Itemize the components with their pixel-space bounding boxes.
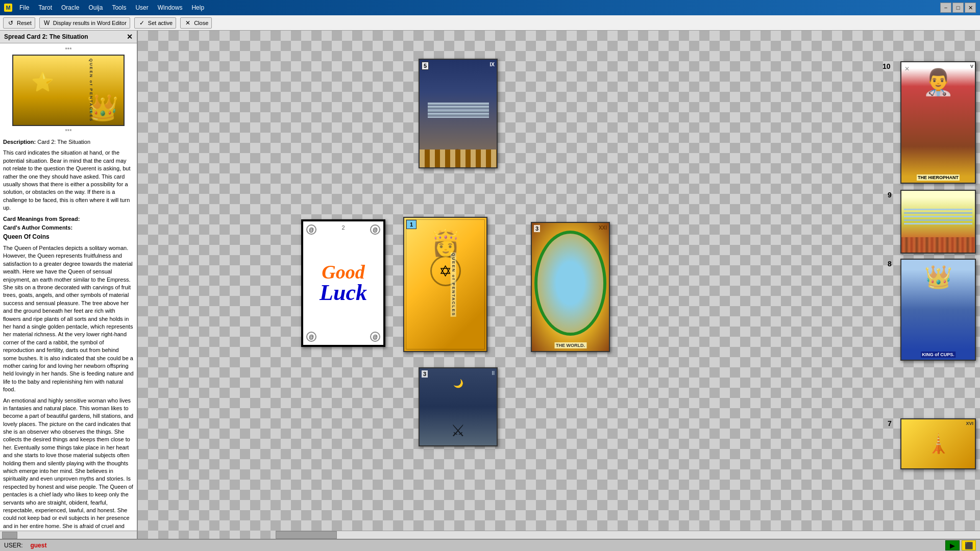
- card-3-roman: II: [492, 370, 495, 376]
- corner-spiral-tr: @: [370, 224, 380, 235]
- card-the-world[interactable]: 3 XXI THE WORLD.: [531, 222, 610, 352]
- body-text: This card indicates the situation at han…: [3, 149, 134, 212]
- set-active-button[interactable]: ✓ Set active: [134, 17, 176, 29]
- panel-header: Spread Card 2: The Situation ✕: [0, 31, 137, 43]
- card-1[interactable]: 1 VI ✡ 👸 QUEEN of PENTACLES: [403, 217, 487, 352]
- swords-area: [425, 70, 492, 137]
- close-panel-button[interactable]: ✕ Close: [180, 17, 212, 29]
- card-name: Queen Of Coins: [3, 233, 134, 241]
- horizontal-scrollbar[interactable]: [276, 531, 980, 539]
- menu-windows[interactable]: Windows: [154, 3, 187, 12]
- desc-card: Card 2: The Situation: [37, 139, 90, 145]
- reset-icon: ↺: [7, 19, 15, 27]
- stop-button[interactable]: ⬛: [962, 540, 976, 550]
- panel-title: Spread Card 2: The Situation: [4, 33, 88, 40]
- card-7[interactable]: XVI 🗼: [900, 418, 976, 469]
- close-label: Close: [194, 20, 208, 26]
- corner-spiral-bl: @: [306, 332, 316, 342]
- card-vertical-label: QUEEN of PENTACLES: [88, 59, 93, 122]
- king-cups-label: KING of CUPS.: [921, 352, 955, 358]
- moon-icon: 🌙: [453, 379, 463, 388]
- play-button[interactable]: ▶: [945, 540, 960, 550]
- card-3-bottom[interactable]: 3 II 🌙 ⚔: [419, 367, 498, 446]
- card-image: ⭐ 👑 QUEEN of PENTACLES: [13, 56, 124, 125]
- desc-label: Description:: [3, 139, 36, 145]
- panel-content: *** ⭐ 👑 QUEEN of PENTACLES ***: [0, 43, 137, 531]
- hierophant-label: THE HIEROPHANT: [917, 174, 960, 181]
- card-8-number: 8: [888, 260, 892, 268]
- luck-text: Luck: [320, 282, 367, 304]
- sword-lines: [904, 196, 972, 237]
- app-icon: M: [4, 4, 12, 12]
- card-10[interactable]: V 👨‍⚕️ THE HIEROPHANT ✕: [900, 61, 976, 184]
- good-text: Good: [322, 262, 364, 282]
- figure-swords: ⚔: [451, 421, 465, 440]
- menu-tarot[interactable]: Tarot: [34, 3, 56, 12]
- user-label: USER:: [4, 542, 23, 549]
- main-container: Spread Card 2: The Situation ✕ *** ⭐ 👑: [0, 31, 980, 539]
- scroll-thumb[interactable]: [2, 532, 17, 539]
- reset-label: Reset: [17, 20, 32, 26]
- menu-oracle[interactable]: Oracle: [57, 3, 83, 12]
- menu-help[interactable]: Help: [187, 3, 208, 12]
- close-icon: ✕: [184, 19, 192, 27]
- description-area: Description: Card 2: The Situation This …: [3, 138, 134, 530]
- card-thumbnail[interactable]: ⭐ 👑 QUEEN of PENTACLES: [12, 55, 125, 126]
- world-label: THE WORLD.: [554, 342, 586, 348]
- floor-pattern: [420, 149, 497, 167]
- window-controls: − □ ✕: [940, 3, 976, 13]
- pentacle-icon: ⭐: [30, 69, 55, 95]
- world-card-number: 3: [534, 225, 540, 232]
- king-figure: 👑: [924, 264, 952, 290]
- canvas-area: 5 IX 🧎 @ @ @ @ Good Luck 2 1: [138, 31, 980, 539]
- card-1-label: QUEEN of PENTACLES: [450, 252, 456, 316]
- card-10-container: 10 V 👨‍⚕️ THE HIEROPHANT ✕: [900, 61, 976, 184]
- corner-spiral-br: @: [370, 332, 380, 342]
- card-image-area: *** ⭐ 👑 QUEEN of PENTACLES ***: [3, 46, 134, 134]
- menu-bar: File Tarot Oracle Ouija Tools User Windo…: [15, 3, 208, 12]
- card-10-number: 10: [883, 62, 891, 70]
- card-9-number: 9: [888, 191, 892, 199]
- reset-button[interactable]: ↺ Reset: [3, 17, 35, 29]
- titlebar-left: M File Tarot Oracle Ouija Tools User Win…: [4, 3, 208, 12]
- maximize-button[interactable]: □: [952, 3, 964, 13]
- panel-scrollbar[interactable]: [0, 531, 137, 539]
- set-active-label: Set active: [148, 20, 173, 26]
- panel-close-icon[interactable]: ✕: [127, 33, 133, 41]
- toolbar: ↺ Reset W Display results in Word Editor…: [0, 15, 980, 31]
- statusbar: USER: guest ▶ ⬛: [0, 539, 980, 551]
- menu-file[interactable]: File: [15, 3, 33, 12]
- world-roman: XXI: [599, 225, 607, 231]
- titlebar: M File Tarot Oracle Ouija Tools User Win…: [0, 0, 980, 15]
- hierophant-figure: 👨‍⚕️: [922, 67, 954, 97]
- card-8[interactable]: 👑 KING of CUPS.: [900, 259, 976, 361]
- cross-symbol-tl: ✕: [904, 65, 910, 72]
- card-good-luck[interactable]: @ @ @ @ Good Luck 2: [301, 219, 385, 347]
- world-wreath: [534, 231, 606, 336]
- card-9[interactable]: [900, 190, 976, 254]
- card-3-number: 3: [422, 370, 428, 378]
- menu-tools[interactable]: Tools: [108, 3, 130, 12]
- menu-ouija[interactable]: Ouija: [84, 3, 107, 12]
- stars-bottom: ***: [65, 128, 72, 134]
- close-window-button[interactable]: ✕: [965, 3, 976, 13]
- statusbar-controls: ▶ ⬛: [945, 540, 976, 550]
- card-7-roman: XVI: [966, 421, 973, 426]
- user-info: USER: guest: [4, 542, 46, 549]
- stars-top: ***: [65, 46, 72, 53]
- menu-user[interactable]: User: [131, 3, 152, 12]
- card-7-number: 7: [888, 419, 892, 428]
- card-1-number: 1: [406, 220, 416, 229]
- minimize-button[interactable]: −: [940, 3, 951, 13]
- card-meanings-header: Card Meanings from Spread:: [3, 215, 134, 223]
- card-2-number: 2: [341, 224, 345, 231]
- extra-text: An emotional and highly sensitive woman …: [3, 397, 134, 531]
- word-editor-button[interactable]: W Display results in Word Editor: [39, 17, 130, 29]
- word-icon: W: [43, 19, 51, 27]
- card-5[interactable]: 5 IX 🧎: [419, 59, 498, 168]
- word-editor-label: Display results in Word Editor: [53, 20, 127, 26]
- h-scroll-thumb[interactable]: [276, 531, 337, 539]
- card-7-content: 🗼: [927, 433, 950, 455]
- card-7-container: 7 XVI 🗼: [900, 418, 976, 469]
- good-luck-text-area: Good Luck: [308, 237, 378, 330]
